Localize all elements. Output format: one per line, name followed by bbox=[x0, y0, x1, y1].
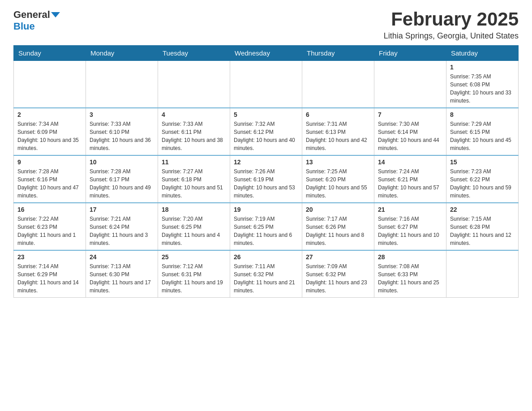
calendar-header-wednesday: Wednesday bbox=[230, 46, 302, 61]
day-info: Sunrise: 7:34 AM Sunset: 6:09 PM Dayligh… bbox=[17, 120, 82, 152]
calendar-cell: 24Sunrise: 7:13 AM Sunset: 6:30 PM Dayli… bbox=[86, 250, 158, 298]
calendar-cell: 26Sunrise: 7:11 AM Sunset: 6:32 PM Dayli… bbox=[230, 250, 302, 298]
day-number: 13 bbox=[306, 158, 370, 166]
day-number: 9 bbox=[17, 158, 82, 166]
calendar-table: SundayMondayTuesdayWednesdayThursdayFrid… bbox=[13, 45, 519, 298]
day-info: Sunrise: 7:31 AM Sunset: 6:13 PM Dayligh… bbox=[306, 120, 370, 152]
day-info: Sunrise: 7:14 AM Sunset: 6:29 PM Dayligh… bbox=[17, 262, 82, 295]
calendar-cell: 20Sunrise: 7:17 AM Sunset: 6:26 PM Dayli… bbox=[302, 203, 374, 250]
day-info: Sunrise: 7:19 AM Sunset: 6:25 PM Dayligh… bbox=[234, 215, 298, 247]
day-number: 26 bbox=[234, 253, 298, 261]
day-number: 3 bbox=[90, 111, 154, 118]
day-info: Sunrise: 7:17 AM Sunset: 6:26 PM Dayligh… bbox=[306, 215, 370, 247]
calendar-cell: 22Sunrise: 7:15 AM Sunset: 6:28 PM Dayli… bbox=[446, 203, 519, 250]
calendar-header-sunday: Sunday bbox=[14, 46, 86, 61]
calendar-header-monday: Monday bbox=[86, 46, 158, 61]
calendar-cell: 17Sunrise: 7:21 AM Sunset: 6:24 PM Dayli… bbox=[86, 203, 158, 250]
day-number: 16 bbox=[17, 206, 82, 213]
calendar-cell: 2Sunrise: 7:34 AM Sunset: 6:09 PM Daylig… bbox=[14, 108, 86, 155]
day-info: Sunrise: 7:27 AM Sunset: 6:18 PM Dayligh… bbox=[162, 167, 226, 200]
calendar-cell: 27Sunrise: 7:09 AM Sunset: 6:32 PM Dayli… bbox=[302, 250, 374, 298]
page-header: General Blue February 2025 Lithia Spring… bbox=[13, 9, 519, 41]
calendar-cell bbox=[302, 61, 374, 108]
day-number: 10 bbox=[90, 158, 154, 166]
logo-arrow-icon bbox=[51, 12, 60, 17]
day-info: Sunrise: 7:16 AM Sunset: 6:27 PM Dayligh… bbox=[378, 215, 442, 247]
day-number: 4 bbox=[162, 111, 226, 118]
calendar-cell: 8Sunrise: 7:29 AM Sunset: 6:15 PM Daylig… bbox=[446, 108, 519, 155]
calendar-cell: 12Sunrise: 7:26 AM Sunset: 6:19 PM Dayli… bbox=[230, 155, 302, 203]
day-number: 21 bbox=[378, 206, 442, 213]
day-info: Sunrise: 7:21 AM Sunset: 6:24 PM Dayligh… bbox=[90, 215, 154, 247]
day-number: 15 bbox=[450, 158, 515, 166]
day-number: 11 bbox=[162, 158, 226, 166]
day-info: Sunrise: 7:20 AM Sunset: 6:25 PM Dayligh… bbox=[162, 215, 226, 247]
calendar-cell: 3Sunrise: 7:33 AM Sunset: 6:10 PM Daylig… bbox=[86, 108, 158, 155]
calendar-week-row: 2Sunrise: 7:34 AM Sunset: 6:09 PM Daylig… bbox=[14, 108, 519, 155]
day-info: Sunrise: 7:28 AM Sunset: 6:17 PM Dayligh… bbox=[90, 167, 154, 200]
day-info: Sunrise: 7:30 AM Sunset: 6:14 PM Dayligh… bbox=[378, 120, 442, 152]
day-number: 2 bbox=[17, 111, 82, 118]
title-block: February 2025 Lithia Springs, Georgia, U… bbox=[384, 9, 519, 41]
day-number: 27 bbox=[306, 253, 370, 261]
day-info: Sunrise: 7:24 AM Sunset: 6:21 PM Dayligh… bbox=[378, 167, 442, 200]
logo: General Blue bbox=[13, 9, 60, 32]
day-number: 18 bbox=[162, 206, 226, 213]
day-number: 19 bbox=[234, 206, 298, 213]
day-info: Sunrise: 7:08 AM Sunset: 6:33 PM Dayligh… bbox=[378, 262, 442, 295]
calendar-week-row: 23Sunrise: 7:14 AM Sunset: 6:29 PM Dayli… bbox=[14, 250, 519, 298]
day-number: 8 bbox=[450, 111, 515, 118]
day-number: 14 bbox=[378, 158, 442, 166]
day-info: Sunrise: 7:12 AM Sunset: 6:31 PM Dayligh… bbox=[162, 262, 226, 295]
calendar-header-saturday: Saturday bbox=[446, 46, 519, 61]
calendar-cell: 9Sunrise: 7:28 AM Sunset: 6:16 PM Daylig… bbox=[14, 155, 86, 203]
calendar-cell: 6Sunrise: 7:31 AM Sunset: 6:13 PM Daylig… bbox=[302, 108, 374, 155]
logo-text-blue: Blue bbox=[13, 21, 35, 32]
calendar-cell: 14Sunrise: 7:24 AM Sunset: 6:21 PM Dayli… bbox=[374, 155, 446, 203]
day-info: Sunrise: 7:23 AM Sunset: 6:22 PM Dayligh… bbox=[450, 167, 515, 200]
calendar-cell: 10Sunrise: 7:28 AM Sunset: 6:17 PM Dayli… bbox=[86, 155, 158, 203]
logo-text-black: General bbox=[13, 9, 50, 21]
day-info: Sunrise: 7:11 AM Sunset: 6:32 PM Dayligh… bbox=[234, 262, 298, 295]
calendar-header-thursday: Thursday bbox=[302, 46, 374, 61]
calendar-week-row: 16Sunrise: 7:22 AM Sunset: 6:23 PM Dayli… bbox=[14, 203, 519, 250]
calendar-cell bbox=[230, 61, 302, 108]
calendar-cell: 7Sunrise: 7:30 AM Sunset: 6:14 PM Daylig… bbox=[374, 108, 446, 155]
day-info: Sunrise: 7:28 AM Sunset: 6:16 PM Dayligh… bbox=[17, 167, 82, 200]
day-number: 23 bbox=[17, 253, 82, 261]
location-title: Lithia Springs, Georgia, United States bbox=[384, 31, 519, 41]
calendar-cell bbox=[14, 61, 86, 108]
day-info: Sunrise: 7:25 AM Sunset: 6:20 PM Dayligh… bbox=[306, 167, 370, 200]
calendar-cell: 21Sunrise: 7:16 AM Sunset: 6:27 PM Dayli… bbox=[374, 203, 446, 250]
day-info: Sunrise: 7:33 AM Sunset: 6:10 PM Dayligh… bbox=[90, 120, 154, 152]
day-number: 5 bbox=[234, 111, 298, 118]
calendar-cell: 5Sunrise: 7:32 AM Sunset: 6:12 PM Daylig… bbox=[230, 108, 302, 155]
day-info: Sunrise: 7:09 AM Sunset: 6:32 PM Dayligh… bbox=[306, 262, 370, 295]
calendar-cell bbox=[446, 250, 519, 298]
day-info: Sunrise: 7:33 AM Sunset: 6:11 PM Dayligh… bbox=[162, 120, 226, 152]
calendar-cell: 13Sunrise: 7:25 AM Sunset: 6:20 PM Dayli… bbox=[302, 155, 374, 203]
calendar-cell: 15Sunrise: 7:23 AM Sunset: 6:22 PM Dayli… bbox=[446, 155, 519, 203]
calendar-cell bbox=[158, 61, 230, 108]
calendar-week-row: 1Sunrise: 7:35 AM Sunset: 6:08 PM Daylig… bbox=[14, 61, 519, 108]
calendar-cell: 28Sunrise: 7:08 AM Sunset: 6:33 PM Dayli… bbox=[374, 250, 446, 298]
day-info: Sunrise: 7:32 AM Sunset: 6:12 PM Dayligh… bbox=[234, 120, 298, 152]
day-number: 7 bbox=[378, 111, 442, 118]
calendar-week-row: 9Sunrise: 7:28 AM Sunset: 6:16 PM Daylig… bbox=[14, 155, 519, 203]
calendar-cell bbox=[374, 61, 446, 108]
day-info: Sunrise: 7:13 AM Sunset: 6:30 PM Dayligh… bbox=[90, 262, 154, 295]
day-number: 22 bbox=[450, 206, 515, 213]
calendar-cell: 16Sunrise: 7:22 AM Sunset: 6:23 PM Dayli… bbox=[14, 203, 86, 250]
day-number: 6 bbox=[306, 111, 370, 118]
calendar-cell: 11Sunrise: 7:27 AM Sunset: 6:18 PM Dayli… bbox=[158, 155, 230, 203]
calendar-cell: 25Sunrise: 7:12 AM Sunset: 6:31 PM Dayli… bbox=[158, 250, 230, 298]
day-number: 24 bbox=[90, 253, 154, 261]
calendar-header-row: SundayMondayTuesdayWednesdayThursdayFrid… bbox=[14, 46, 519, 61]
calendar-cell: 18Sunrise: 7:20 AM Sunset: 6:25 PM Dayli… bbox=[158, 203, 230, 250]
day-info: Sunrise: 7:15 AM Sunset: 6:28 PM Dayligh… bbox=[450, 215, 515, 247]
day-number: 25 bbox=[162, 253, 226, 261]
calendar-cell: 19Sunrise: 7:19 AM Sunset: 6:25 PM Dayli… bbox=[230, 203, 302, 250]
calendar-cell: 4Sunrise: 7:33 AM Sunset: 6:11 PM Daylig… bbox=[158, 108, 230, 155]
day-info: Sunrise: 7:29 AM Sunset: 6:15 PM Dayligh… bbox=[450, 120, 515, 152]
day-number: 12 bbox=[234, 158, 298, 166]
